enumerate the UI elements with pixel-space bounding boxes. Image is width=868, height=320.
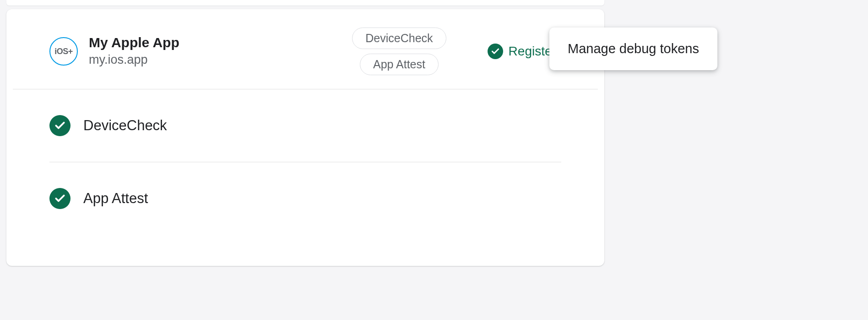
ios-platform-icon: iOS+ — [49, 37, 78, 66]
app-name: My Apple App — [89, 34, 179, 51]
list-item[interactable]: DeviceCheck — [49, 89, 561, 162]
card-top-edge — [6, 0, 604, 6]
provider-name: DeviceCheck — [83, 117, 167, 134]
ios-platform-icon-label: iOS+ — [54, 47, 73, 56]
list-item[interactable]: App Attest — [49, 162, 561, 235]
app-header-row: iOS+ My Apple App my.ios.app DeviceCheck… — [13, 9, 598, 89]
manage-debug-tokens-menu-item[interactable]: Manage debug tokens — [549, 28, 717, 70]
provider-name: App Attest — [83, 190, 148, 207]
chip-appattest: App Attest — [360, 54, 439, 75]
check-circle-icon — [49, 188, 71, 209]
check-circle-icon — [488, 44, 503, 59]
check-circle-icon — [49, 115, 71, 136]
provider-list: DeviceCheck App Attest — [6, 89, 604, 235]
app-bundle-id: my.ios.app — [89, 52, 179, 68]
app-card: iOS+ My Apple App my.ios.app DeviceCheck… — [6, 9, 604, 266]
chip-devicecheck: DeviceCheck — [352, 28, 446, 49]
provider-chips: DeviceCheck App Attest — [352, 28, 446, 75]
app-info: My Apple App my.ios.app — [89, 34, 179, 68]
